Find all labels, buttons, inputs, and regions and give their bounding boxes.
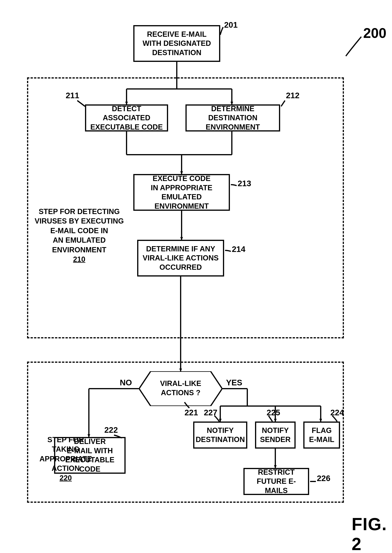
box-213: EXECUTE CODE IN APPROPRIATE EMULATED ENV…: [133, 174, 230, 211]
box-224-text: FLAG E-MAIL: [309, 426, 334, 444]
ref-214: 214: [232, 244, 245, 254]
region-220-l3: ACTION: [33, 464, 98, 473]
box-214-text: DETERMINE IF ANY VIRAL-LIKE ACTIONS OCCU…: [143, 244, 218, 272]
ref-200: 200: [363, 25, 386, 41]
box-213-text: EXECUTE CODE IN APPROPRIATE EMULATED ENV…: [137, 174, 226, 211]
figure-label: FIG. 2: [352, 514, 392, 553]
box-227: NOTIFY DESTINATION: [193, 422, 247, 449]
ref-225: 225: [267, 408, 280, 417]
box-212: DETERMINE DESTINATION ENVIRONMENT: [185, 104, 280, 131]
box-212-text: DETERMINE DESTINATION ENVIRONMENT: [189, 104, 276, 132]
ref-213: 213: [238, 179, 251, 188]
region-220-ref: 220: [33, 473, 98, 483]
box-201: RECEIVE E-MAIL WITH DESIGNATED DESTINATI…: [133, 25, 220, 62]
region-210-ref: 210: [33, 255, 126, 264]
region-210-l3: E-MAIL CODE IN: [33, 226, 126, 236]
region-210-l2: VIRUSES BY EXECUTING: [33, 216, 126, 226]
region-210-label: STEP FOR DETECTING VIRUSES BY EXECUTING …: [33, 207, 126, 264]
box-226: RESTRICT FUTURE E-MAILS: [243, 468, 309, 495]
label-yes: YES: [226, 378, 242, 387]
region-220-l2: APPROPRIATE: [33, 454, 98, 464]
ref-211: 211: [66, 91, 79, 100]
box-214: DETERMINE IF ANY VIRAL-LIKE ACTIONS OCCU…: [137, 240, 224, 276]
ref-221: 221: [184, 408, 198, 417]
ref-226: 226: [317, 474, 330, 483]
box-225: NOTIFY SENDER: [255, 422, 296, 449]
box-227-text: NOTIFY DESTINATION: [196, 426, 245, 444]
ref-224: 224: [330, 408, 344, 417]
region-210-l1: STEP FOR DETECTING: [33, 207, 126, 216]
ref-212: 212: [286, 91, 300, 100]
box-226-text: RESTRICT FUTURE E-MAILS: [247, 468, 305, 495]
box-224: FLAG E-MAIL: [303, 422, 340, 449]
region-220-l1: STEP FOR TAKING: [33, 435, 98, 454]
decision-221: VIRAL-LIKE ACTIONS ?: [139, 371, 222, 406]
flowchart-canvas: RECEIVE E-MAIL WITH DESIGNATED DESTINATI…: [0, 0, 392, 553]
ref-222: 222: [104, 425, 118, 435]
ref-227: 227: [204, 408, 217, 417]
decision-221-text: VIRAL-LIKE ACTIONS ?: [139, 379, 222, 397]
region-220-label: STEP FOR TAKING APPROPRIATE ACTION 220: [33, 435, 98, 483]
box-225-text: NOTIFY SENDER: [260, 426, 291, 444]
region-210-l4: AN EMULATED ENVIRONMENT: [33, 236, 126, 255]
ref-201: 201: [224, 20, 238, 29]
label-no: NO: [120, 378, 132, 387]
box-211-text: DETECT ASSOCIATED EXECUTABLE CODE: [89, 104, 164, 132]
box-211: DETECT ASSOCIATED EXECUTABLE CODE: [85, 104, 168, 131]
box-201-text: RECEIVE E-MAIL WITH DESIGNATED DESTINATI…: [143, 30, 211, 57]
